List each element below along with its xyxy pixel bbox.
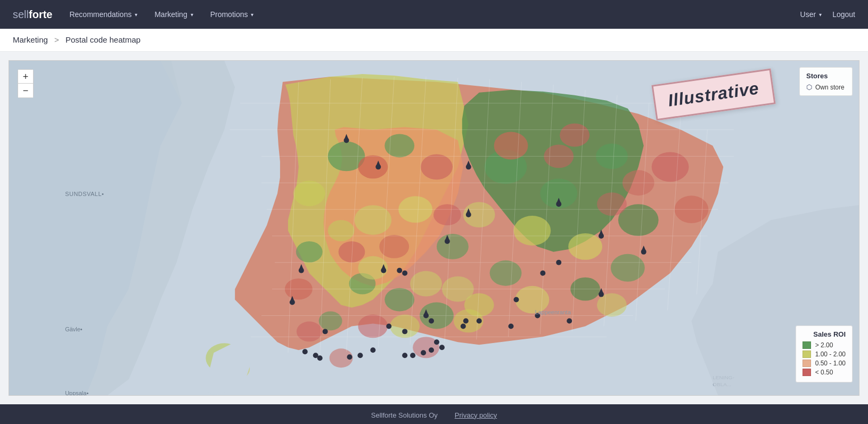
svg-point-35 xyxy=(494,132,528,160)
svg-point-106 xyxy=(313,353,318,358)
svg-point-104 xyxy=(347,354,353,360)
svg-point-25 xyxy=(410,271,442,297)
map-container: SUNDSVALL• Gävle• Uppsala• Lappeenranta … xyxy=(9,60,859,396)
roi-item-high: > 2.00 xyxy=(803,341,846,349)
svg-point-103 xyxy=(357,353,363,358)
roi-label-mid: 1.00 - 2.00 xyxy=(815,350,846,358)
roi-legend-title: Sales ROI xyxy=(803,330,846,338)
chevron-down-icon: ▾ xyxy=(191,12,193,18)
svg-text:SUNDSVALL•: SUNDSVALL• xyxy=(65,191,104,197)
svg-point-112 xyxy=(514,297,519,303)
svg-text:Gävle•: Gävle• xyxy=(65,326,83,332)
svg-point-113 xyxy=(540,271,545,276)
breadcrumb-separator: > xyxy=(54,35,59,44)
privacy-policy-link[interactable]: Privacy policy xyxy=(455,411,497,419)
chevron-down-icon: ▾ xyxy=(819,12,822,18)
svg-point-2 xyxy=(384,134,414,158)
svg-point-107 xyxy=(302,349,308,354)
nav-recommendations[interactable]: Recommendations ▾ xyxy=(69,10,137,19)
roi-item-mid: 1.00 - 2.00 xyxy=(803,350,846,358)
svg-point-33 xyxy=(358,155,388,178)
map-svg: SUNDSVALL• Gävle• Uppsala• Lappeenranta … xyxy=(9,61,859,395)
roi-swatch-low xyxy=(803,360,811,367)
roi-label-low: 0.50 - 1.00 xyxy=(815,360,846,367)
svg-point-42 xyxy=(652,152,689,182)
breadcrumb-current: Postal code heatmap xyxy=(65,35,141,44)
zoom-out-button[interactable]: − xyxy=(18,84,33,97)
user-label: User xyxy=(800,10,816,19)
svg-point-100 xyxy=(402,353,407,358)
footer: Sellforte Solutions Oy Privacy policy xyxy=(0,404,868,424)
zoom-controls: + − xyxy=(18,69,34,98)
svg-point-89 xyxy=(477,318,482,323)
nav-recommendations-label: Recommendations xyxy=(69,10,132,19)
breadcrumb-bar: Marketing > Postal code heatmap xyxy=(0,29,868,52)
navbar-right: User ▾ Logout xyxy=(800,10,855,19)
svg-point-34 xyxy=(421,154,453,180)
svg-point-36 xyxy=(560,124,589,147)
illustrative-label: Illustrative xyxy=(667,78,760,110)
nav-promotions-label: Promotions xyxy=(210,10,248,19)
chevron-down-icon: ▾ xyxy=(251,12,253,18)
svg-point-31 xyxy=(390,314,420,338)
svg-point-111 xyxy=(567,318,572,323)
roi-swatch-vlow xyxy=(803,369,811,376)
roi-item-vlow: < 0.50 xyxy=(803,369,846,376)
roi-label-high: > 2.00 xyxy=(815,341,833,349)
roi-item-low: 0.50 - 1.00 xyxy=(803,360,846,367)
svg-point-99 xyxy=(421,350,426,355)
svg-point-101 xyxy=(410,353,415,358)
logout-button[interactable]: Logout xyxy=(832,10,855,19)
roi-legend: Sales ROI > 2.00 1.00 - 2.00 0.50 - 1.00… xyxy=(796,325,853,382)
breadcrumb: Marketing > Postal code heatmap xyxy=(13,35,141,44)
svg-point-46 xyxy=(358,314,388,338)
roi-swatch-high xyxy=(803,341,811,349)
svg-point-97 xyxy=(439,345,445,350)
svg-point-86 xyxy=(402,271,407,276)
nav-marketing-label: Marketing xyxy=(154,10,187,19)
roi-swatch-mid xyxy=(803,350,811,358)
svg-point-14 xyxy=(296,241,323,263)
svg-point-40 xyxy=(433,204,461,225)
svg-point-98 xyxy=(429,347,434,353)
svg-point-85 xyxy=(397,268,402,273)
svg-point-15 xyxy=(319,312,342,331)
footer-company: Sellforte Solutions Oy xyxy=(371,411,438,419)
svg-point-94 xyxy=(386,323,391,329)
logo-forte: forte xyxy=(29,9,52,21)
logo: sellforte xyxy=(13,9,52,21)
zoom-in-button[interactable]: + xyxy=(18,70,33,84)
svg-point-7 xyxy=(437,234,469,259)
svg-point-23 xyxy=(568,233,602,260)
svg-point-90 xyxy=(509,323,514,329)
user-menu[interactable]: User ▾ xyxy=(800,10,822,19)
svg-point-93 xyxy=(429,318,434,323)
svg-point-19 xyxy=(354,205,391,235)
svg-text:Lappeenranta: Lappeenranta xyxy=(535,309,571,315)
nav-marketing[interactable]: Marketing ▾ xyxy=(154,10,193,19)
svg-point-96 xyxy=(434,339,439,345)
svg-point-11 xyxy=(490,260,522,286)
svg-point-109 xyxy=(323,329,328,334)
roi-label-vlow: < 0.50 xyxy=(815,369,833,376)
chevron-down-icon: ▾ xyxy=(135,12,137,18)
svg-point-95 xyxy=(402,329,407,334)
nav-promotions[interactable]: Promotions ▾ xyxy=(210,10,254,19)
stores-legend: Stores ⬡ Own store xyxy=(799,67,853,96)
svg-point-49 xyxy=(297,321,322,341)
svg-point-114 xyxy=(556,260,561,265)
svg-point-29 xyxy=(328,220,355,241)
svg-point-18 xyxy=(293,181,325,206)
navbar-left: sellforte Recommendations ▾ Marketing ▾ … xyxy=(13,9,253,21)
breadcrumb-parent[interactable]: Marketing xyxy=(13,35,48,44)
stores-legend-title: Stores xyxy=(806,72,846,80)
stores-legend-own-store: Own store xyxy=(815,84,845,91)
logo-sell: sell xyxy=(13,9,29,21)
svg-point-8 xyxy=(384,288,414,312)
navbar: sellforte Recommendations ▾ Marketing ▾ … xyxy=(0,0,868,29)
svg-point-102 xyxy=(370,347,375,353)
pin-icon: ⬡ xyxy=(806,83,812,91)
svg-point-92 xyxy=(461,323,466,329)
svg-point-91 xyxy=(463,318,469,323)
svg-text:Uppsala•: Uppsala• xyxy=(65,390,88,395)
